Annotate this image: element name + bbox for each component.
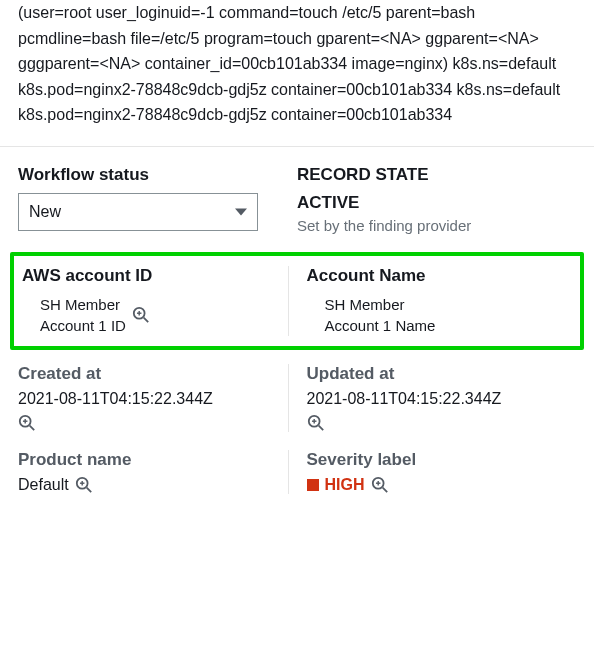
account-highlight-box: AWS account ID SH Member Account 1 ID Ac…	[10, 252, 584, 350]
svg-line-13	[86, 488, 91, 493]
magnify-plus-icon[interactable]	[307, 414, 325, 432]
severity-value: HIGH	[325, 476, 365, 494]
magnify-plus-icon[interactable]	[75, 476, 93, 494]
aws-account-id-label: AWS account ID	[22, 266, 280, 286]
severity-badge: HIGH	[307, 476, 365, 494]
aws-account-id-value-line1: SH Member	[40, 296, 120, 313]
svg-line-1	[144, 318, 149, 323]
severity-label-label: Severity label	[307, 450, 577, 470]
finding-description-text: (user=root user_loginuid=-1 command=touc…	[18, 4, 560, 123]
magnify-plus-icon[interactable]	[371, 476, 389, 494]
svg-line-17	[382, 488, 387, 493]
record-state-hint: Set by the finding provider	[297, 217, 576, 234]
svg-line-9	[318, 426, 323, 431]
severity-square-icon	[307, 479, 319, 491]
created-at-label: Created at	[18, 364, 288, 384]
account-name-label: Account Name	[307, 266, 565, 286]
workflow-status-select[interactable]: New	[18, 193, 258, 231]
aws-account-id-value-line2: Account 1 ID	[40, 317, 126, 334]
updated-at-value: 2021-08-11T04:15:22.344Z	[307, 390, 577, 408]
account-name-value-line1: SH Member	[325, 296, 405, 313]
workflow-status-selected: New	[29, 203, 61, 221]
product-name-label: Product name	[18, 450, 288, 470]
workflow-status-label: Workflow status	[18, 165, 297, 185]
svg-line-5	[30, 426, 35, 431]
product-name-value: Default	[18, 476, 69, 494]
record-state-value: ACTIVE	[297, 193, 576, 213]
record-state-label: RECORD STATE	[297, 165, 576, 185]
magnify-plus-icon[interactable]	[18, 414, 36, 432]
finding-description: (user=root user_loginuid=-1 command=touc…	[0, 0, 594, 146]
magnify-plus-icon[interactable]	[132, 306, 150, 324]
account-name-value-line2: Account 1 Name	[325, 317, 436, 334]
created-at-value: 2021-08-11T04:15:22.344Z	[18, 390, 288, 408]
updated-at-label: Updated at	[307, 364, 577, 384]
